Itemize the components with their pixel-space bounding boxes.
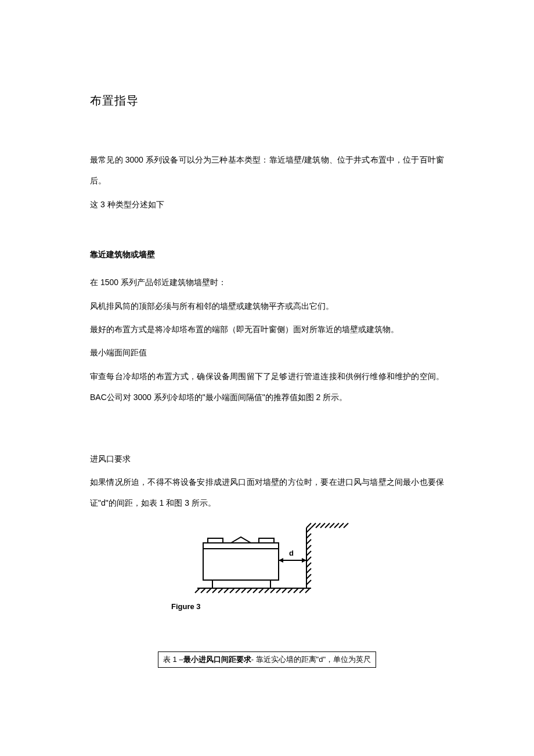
table-1-title: 表 1 –最小进风口间距要求- 靠近实心墙的距离"d"，单位为英尺 [158, 651, 376, 668]
figure-label-d: d [289, 549, 294, 557]
svg-line-38 [294, 588, 298, 593]
svg-line-13 [306, 545, 311, 550]
svg-marker-48 [279, 558, 283, 563]
document-page: 布置指导 最常见的 3000 系列设备可以分为三种基本类型：靠近墙壁/建筑物、位… [0, 0, 534, 726]
svg-line-19 [306, 580, 311, 585]
svg-line-4 [325, 523, 330, 528]
svg-line-5 [330, 523, 334, 528]
figure-3-container: d Figure 3 [90, 520, 444, 611]
svg-line-35 [276, 588, 281, 593]
svg-line-7 [339, 523, 344, 528]
svg-line-27 [230, 588, 234, 593]
svg-line-2 [316, 523, 320, 528]
svg-line-24 [212, 588, 217, 593]
svg-line-16 [306, 563, 311, 567]
svg-line-40 [305, 588, 310, 593]
table-title-suffix: - 靠近实心墙的距离"d"，单位为英尺 [251, 655, 371, 664]
svg-line-12 [306, 539, 311, 544]
svg-rect-45 [259, 538, 274, 543]
intro-para-1: 最常见的 3000 系列设备可以分为三种基本类型：靠近墙壁/建筑物、位于井式布置… [90, 149, 444, 192]
s1-p3: 最好的布置方式是将冷却塔布置的端部（即无百叶窗侧）面对所靠近的墙壁或建筑物。 [90, 319, 444, 340]
svg-line-30 [247, 588, 252, 593]
svg-line-29 [241, 588, 246, 593]
s1-p4: 最小端面间距值 [90, 342, 444, 363]
svg-line-11 [306, 534, 311, 538]
figure-caption: Figure 3 [171, 602, 444, 611]
svg-line-0 [306, 523, 311, 528]
svg-line-36 [282, 588, 287, 593]
svg-line-10 [306, 528, 311, 532]
svg-line-1 [311, 523, 316, 528]
intro-para-2: 这 3 种类型分述如下 [90, 194, 444, 215]
figure-3-diagram-icon: d [180, 520, 354, 597]
svg-marker-46 [231, 537, 251, 543]
svg-line-28 [236, 588, 240, 593]
svg-line-32 [259, 588, 264, 593]
svg-line-15 [306, 557, 311, 561]
svg-line-3 [320, 523, 325, 528]
svg-rect-41 [212, 580, 270, 588]
table-1-title-wrap: 表 1 –最小进风口间距要求- 靠近实心墙的距离"d"，单位为英尺 [90, 651, 444, 668]
s1-p1: 在 1500 系列产品邻近建筑物墙壁时： [90, 272, 444, 293]
section-heading-airinlet: 进风口要求 [90, 448, 444, 469]
svg-line-6 [334, 523, 339, 528]
svg-line-21 [195, 588, 200, 593]
svg-line-25 [218, 588, 223, 593]
table-title-prefix: 表 1 – [163, 655, 183, 664]
page-title: 布置指导 [90, 93, 444, 109]
svg-line-23 [207, 588, 211, 593]
svg-line-34 [270, 588, 275, 593]
table-title-bold: 最小进风口间距要求 [183, 655, 251, 664]
svg-marker-49 [302, 558, 306, 563]
svg-line-26 [224, 588, 229, 593]
s1-p2: 风机排风筒的顶部必须与所有相邻的墙壁或建筑物平齐或高出它们。 [90, 296, 444, 316]
s1-p5: 审查每台冷却塔的布置方式，确保设备周围留下了足够进行管道连接和供例行维修和维护的… [90, 366, 444, 408]
svg-line-37 [288, 588, 293, 593]
svg-line-31 [253, 588, 258, 593]
svg-line-39 [300, 588, 304, 593]
section-heading-adjacent: 靠近建筑物或墙壁 [90, 250, 444, 260]
svg-line-22 [201, 588, 205, 593]
svg-line-14 [306, 551, 311, 556]
svg-line-33 [265, 588, 269, 593]
svg-line-18 [306, 574, 311, 579]
s2-p1: 如果情况所迫，不得不将设备安排成进风口面对墙壁的方位时，要在进口风与墙壁之间最小… [90, 471, 444, 514]
svg-line-17 [306, 568, 311, 573]
svg-rect-44 [208, 538, 223, 543]
svg-line-8 [344, 523, 348, 528]
